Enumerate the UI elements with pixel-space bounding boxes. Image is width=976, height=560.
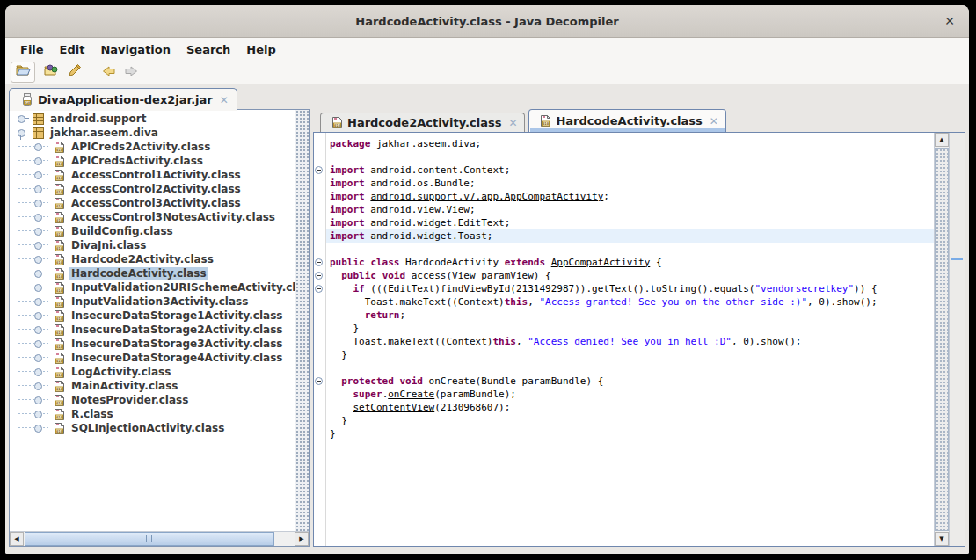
code-link[interactable]: android.support.v7.app.AppCompatActivity	[370, 191, 603, 202]
scroll-down-arrow-icon[interactable]: ▼	[935, 532, 949, 546]
tree-branch-handle-icon[interactable]	[18, 196, 50, 210]
tree-item-accesscontrol2activity-class[interactable]: 010AccessControl2Activity.class	[10, 182, 295, 196]
tree-item-buildconfig-class[interactable]: 010BuildConfig.class	[10, 224, 295, 238]
tree-item-inputvalidation2urischemeactivity-class[interactable]: 010InputValidation2URISchemeActivity.cla…	[10, 280, 295, 295]
code-line[interactable]: package jakhar.aseem.diva;	[326, 137, 934, 150]
tree-branch-handle-icon[interactable]	[18, 224, 50, 238]
fold-collapse-icon[interactable]	[315, 166, 323, 174]
code-line[interactable]: import android.widget.EditText;	[326, 216, 934, 229]
code-line[interactable]: import android.support.v7.app.AppCompatA…	[326, 190, 934, 203]
tree-item-logactivity-class[interactable]: 010LogActivity.class	[10, 365, 295, 379]
code-line[interactable]: }	[326, 322, 934, 335]
tree-branch-handle-icon[interactable]	[18, 154, 50, 168]
tree-branch-handle-icon[interactable]	[18, 407, 50, 421]
tab-jar-file[interactable]: 010 DivaApplication-dex2jar.jar ✕	[9, 88, 237, 111]
code-link[interactable]: AppCompatActivity	[551, 257, 651, 268]
tree-horizontal-scrollbar[interactable]: ◀ ▶	[10, 531, 309, 546]
tree-item-mainactivity-class[interactable]: 010MainActivity.class	[10, 379, 295, 393]
tree-branch-handle-icon[interactable]	[18, 351, 50, 365]
tree-branch-handle-icon[interactable]	[18, 266, 50, 280]
tree-item-android-support[interactable]: android.support	[10, 112, 295, 126]
code-line[interactable]: import android.content.Context;	[326, 164, 934, 177]
code-line[interactable]	[326, 243, 934, 256]
code-line[interactable]: import android.widget.Toast;	[326, 229, 934, 243]
code-line[interactable]: import android.os.Bundle;	[326, 177, 934, 190]
menu-navigation[interactable]: Navigation	[92, 43, 178, 56]
menu-edit[interactable]: Edit	[52, 43, 93, 56]
code-line[interactable]: super.onCreate(paramBundle);	[326, 388, 934, 401]
tree-item-accesscontrol1activity-class[interactable]: 010AccessControl1Activity.class	[10, 168, 295, 182]
tree-branch-handle-icon[interactable]	[18, 210, 50, 224]
tree-item-hardcodeactivity-class[interactable]: 010HardcodeActivity.class	[10, 266, 295, 280]
tree-item-insecuredatastorage1activity-class[interactable]: 010InsecureDataStorage1Activity.class	[10, 309, 295, 323]
tree-item-notesprovider-class[interactable]: 010NotesProvider.class	[10, 393, 295, 407]
code-line[interactable]: public void access(View paramView) {	[326, 269, 934, 282]
tree-branch-handle-icon[interactable]	[18, 393, 50, 407]
tree-item-apicredsactivity-class[interactable]: 010APICredsActivity.class	[10, 154, 295, 168]
scrollbar-thumb[interactable]	[25, 532, 274, 546]
code-line[interactable]: setContentView(2130968607);	[326, 401, 934, 414]
tree-branch-handle-icon[interactable]	[18, 323, 50, 337]
scroll-up-arrow-icon[interactable]: ▲	[935, 133, 949, 147]
back-button[interactable]	[97, 62, 120, 82]
tree-branch-handle-icon[interactable]	[18, 365, 50, 379]
tree-item-divajni-class[interactable]: 010DivaJni.class	[10, 238, 295, 252]
code-link[interactable]: onCreate	[388, 389, 434, 400]
tree-branch-handle-icon[interactable]	[18, 379, 50, 393]
tree-branch-handle-icon[interactable]	[18, 280, 50, 295]
editor-tab-hardcode2activity-class[interactable]: 010Hardcode2Activity.class✕	[320, 113, 525, 132]
tree-collapse-handle-icon[interactable]	[13, 126, 29, 140]
code-line[interactable]: import android.view.View;	[326, 203, 934, 216]
tree-branch-handle-icon[interactable]	[18, 252, 50, 266]
editor-tab-close-icon[interactable]: ✕	[508, 117, 517, 129]
tree-item-hardcode2activity-class[interactable]: 010Hardcode2Activity.class	[10, 252, 295, 266]
tree-branch-handle-icon[interactable]	[18, 140, 50, 154]
code-view[interactable]: package jakhar.aseem.diva;import android…	[314, 133, 934, 546]
code-line[interactable]: public class HardcodeActivity extends Ap…	[326, 256, 934, 269]
fold-collapse-icon[interactable]	[315, 285, 323, 293]
code-line[interactable]: Toast.makeText((Context)this, "Access de…	[326, 335, 934, 348]
tree-branch-handle-icon[interactable]	[18, 168, 50, 182]
window-close-button[interactable]: ✕	[941, 12, 958, 30]
code-editor[interactable]: package jakhar.aseem.diva;import android…	[326, 137, 934, 440]
tree-branch-handle-icon[interactable]	[18, 295, 50, 309]
editor-vertical-scrollbar[interactable]: ▲ ▼	[934, 133, 949, 546]
tree-expand-handle-icon[interactable]	[13, 112, 29, 126]
tree-vertical-scrollbar[interactable]	[295, 110, 309, 531]
tree-item-insecuredatastorage3activity-class[interactable]: 010InsecureDataStorage3Activity.class	[10, 337, 295, 351]
open-all-types-button[interactable]	[40, 62, 63, 82]
code-line[interactable]: }	[326, 414, 934, 427]
code-link[interactable]: setContentView	[353, 402, 435, 413]
code-line[interactable]	[326, 150, 934, 164]
scroll-left-arrow-icon[interactable]: ◀	[10, 532, 24, 546]
tree-branch-handle-icon[interactable]	[18, 238, 50, 252]
open-file-button[interactable]	[11, 62, 35, 83]
fold-collapse-icon[interactable]	[315, 377, 323, 385]
editor-tab-close-icon[interactable]: ✕	[710, 115, 718, 127]
tree-item-accesscontrol3activity-class[interactable]: 010AccessControl3Activity.class	[10, 196, 295, 210]
menu-search[interactable]: Search	[178, 43, 238, 56]
tree-item-sqlinjectionactivity-class[interactable]: 010SQLInjectionActivity.class	[10, 421, 295, 435]
code-line[interactable]	[326, 361, 934, 375]
tree-branch-handle-icon[interactable]	[18, 421, 50, 435]
menu-help[interactable]: Help	[238, 43, 283, 56]
search-button[interactable]	[63, 62, 86, 82]
code-line[interactable]: protected void onCreate(Bundle paramBund…	[326, 375, 934, 388]
tree-item-accesscontrol3notesactivity-class[interactable]: 010AccessControl3NotesActivity.class	[10, 210, 295, 224]
scrollbar-thumb[interactable]	[935, 148, 949, 531]
scroll-right-arrow-icon[interactable]: ▶	[295, 532, 309, 546]
tree-branch-handle-icon[interactable]	[18, 309, 50, 323]
fold-collapse-icon[interactable]	[315, 258, 323, 266]
code-line[interactable]: }	[326, 348, 934, 361]
tree-item-insecuredatastorage4activity-class[interactable]: 010InsecureDataStorage4Activity.class	[10, 351, 295, 365]
editor-tab-hardcodeactivity-class[interactable]: 010HardcodeActivity.class✕	[528, 109, 725, 132]
tree-branch-handle-icon[interactable]	[18, 182, 50, 196]
tree-item-inputvalidation3activity-class[interactable]: 010InputValidation3Activity.class	[10, 295, 295, 309]
fold-collapse-icon[interactable]	[315, 272, 323, 280]
jar-tab-close-icon[interactable]: ✕	[220, 94, 229, 106]
code-line[interactable]: return;	[326, 309, 934, 322]
tree-branch-handle-icon[interactable]	[18, 337, 50, 351]
tree-item-jakhar-aseem-diva[interactable]: jakhar.aseem.diva	[10, 126, 295, 140]
code-line[interactable]: Toast.makeText((Context)this, "Access gr…	[326, 295, 934, 309]
tree-item-insecuredatastorage2activity-class[interactable]: 010InsecureDataStorage2Activity.class	[10, 323, 295, 337]
